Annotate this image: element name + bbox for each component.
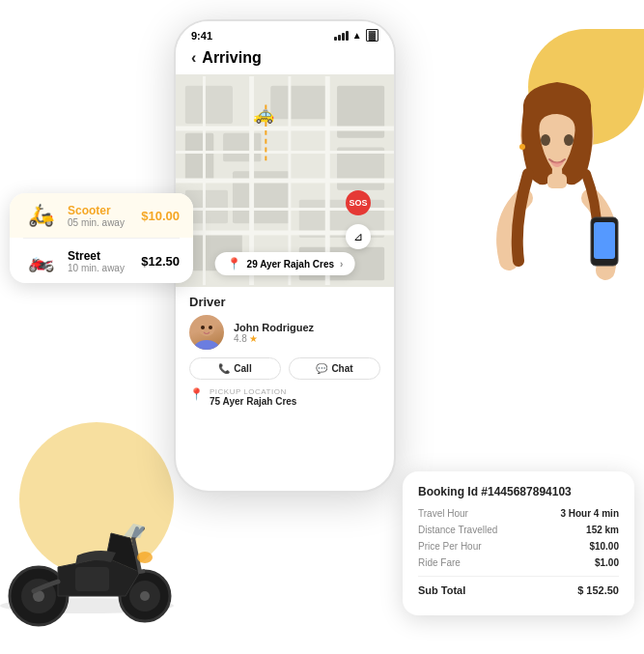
rating-value: 4.8 <box>234 333 247 344</box>
svg-rect-16 <box>547 174 567 188</box>
map-area: 🚕 SOS ⊿ 📍 29 Ayer Rajah Cres › <box>176 74 394 287</box>
call-button[interactable]: 📞 Call <box>189 357 281 380</box>
taxi-marker: 🚕 <box>253 103 274 125</box>
booking-card: Booking Id #1445687894103 Travel Hour 3 … <box>403 471 634 615</box>
ride-fare-label: Ride Fare <box>418 557 461 568</box>
svg-point-6 <box>140 591 150 601</box>
vehicle-item-street[interactable]: 🏍️ Street 10 min. away $12.50 <box>10 239 193 283</box>
chat-label: Chat <box>331 363 352 374</box>
star-icon: ★ <box>249 333 258 344</box>
svg-point-11 <box>541 134 550 146</box>
pickup-details: PICKUP LOCATION 75 Ayer Rajah Cres <box>210 387 296 407</box>
svg-rect-19 <box>185 133 213 181</box>
svg-rect-7 <box>75 567 109 591</box>
street-name: Street <box>68 249 131 263</box>
svg-point-32 <box>209 326 212 329</box>
location-pin-icon: 📍 <box>227 257 241 270</box>
pickup-label: PICKUP LOCATION <box>210 387 296 396</box>
phone-mockup: 9:41 ▲ ▓ ‹ Arriving <box>174 19 396 493</box>
svg-point-15 <box>519 144 525 150</box>
distance-label: Distance Travelled <box>418 525 497 535</box>
woman-image <box>470 29 644 338</box>
driver-name: John Rodriguez <box>234 322 314 333</box>
pickup-location: 📍 PICKUP LOCATION 75 Ayer Rajah Cres <box>189 387 380 407</box>
driver-avatar <box>189 315 224 350</box>
back-arrow-icon[interactable]: ‹ <box>191 49 196 67</box>
time-display: 9:41 <box>191 30 212 42</box>
svg-point-12 <box>564 134 574 146</box>
driver-details: John Rodriguez 4.8 ★ <box>234 322 314 344</box>
driver-section: Driver John Rodriguez 4.8 ★ <box>176 287 394 414</box>
location-chevron-icon: › <box>340 259 343 270</box>
scooter-name: Scooter <box>68 204 131 217</box>
price-per-hour-value: $10.00 <box>589 541 619 552</box>
motorcycle-image <box>0 470 183 644</box>
svg-rect-9 <box>523 184 591 299</box>
svg-point-8 <box>137 552 153 563</box>
booking-row-price-per-hour: Price Per Hour $10.00 <box>418 541 619 552</box>
vehicle-item-scooter[interactable]: 🛵 Scooter 05 min. away $10.00 <box>10 193 193 238</box>
travel-hour-label: Travel Hour <box>418 508 468 519</box>
svg-point-31 <box>201 326 205 329</box>
booking-row-subtotal: Sub Total $ 152.50 <box>418 584 619 596</box>
battery-icon: ▓ <box>366 29 378 42</box>
scooter-icon: 🛵 <box>23 203 58 228</box>
booking-row-ride-fare: Ride Fare $1.00 <box>418 557 619 568</box>
price-per-hour-label: Price Per Hour <box>418 541 482 552</box>
signal-icon <box>334 31 349 41</box>
scooter-time: 05 min. away <box>68 217 131 228</box>
driver-info: John Rodriguez 4.8 ★ <box>189 315 380 350</box>
svg-point-30 <box>193 340 220 350</box>
street-price: $12.50 <box>141 254 180 269</box>
travel-hour-value: 3 Hour 4 min <box>560 508 619 519</box>
booking-divider <box>418 576 619 577</box>
status-icons: ▲ ▓ <box>334 29 378 42</box>
scooter-details: Scooter 05 min. away <box>68 204 131 228</box>
navigation-icon[interactable]: ⊿ <box>346 224 371 249</box>
wifi-icon: ▲ <box>352 30 362 41</box>
driver-section-title: Driver <box>189 295 380 309</box>
street-details: Street 10 min. away <box>68 249 131 273</box>
booking-id: Booking Id #1445687894103 <box>418 485 619 498</box>
svg-rect-18 <box>185 86 233 124</box>
status-bar: 9:41 ▲ ▓ <box>176 21 394 45</box>
sos-badge[interactable]: SOS <box>346 190 371 215</box>
subtotal-label: Sub Total <box>418 584 465 596</box>
booking-row-travel-hour: Travel Hour 3 Hour 4 min <box>418 508 619 519</box>
street-time: 10 min. away <box>68 263 131 273</box>
ride-fare-value: $1.00 <box>595 557 619 568</box>
pickup-address: 75 Ayer Rajah Cres <box>210 396 296 407</box>
call-label: Call <box>234 363 251 374</box>
booking-row-distance: Distance Travelled 152 km <box>418 525 619 535</box>
phone-header: ‹ Arriving <box>176 45 394 74</box>
location-pill[interactable]: 📍 29 Ayer Rajah Cres › <box>215 252 355 275</box>
svg-rect-14 <box>594 222 615 259</box>
svg-rect-20 <box>223 133 261 161</box>
scooter-price: $10.00 <box>141 209 180 223</box>
svg-rect-25 <box>337 148 384 190</box>
page-title: Arriving <box>202 49 261 67</box>
distance-value: 152 km <box>586 525 619 535</box>
svg-rect-23 <box>270 86 327 119</box>
subtotal-value: $ 152.50 <box>577 584 619 596</box>
driver-rating: 4.8 ★ <box>234 333 314 344</box>
chat-button[interactable]: 💬 Chat <box>289 357 380 380</box>
location-address: 29 Ayer Rajah Cres <box>247 259 334 270</box>
chat-icon: 💬 <box>316 363 327 374</box>
pickup-pin-icon: 📍 <box>189 387 204 401</box>
call-icon: 📞 <box>218 363 230 374</box>
driver-action-buttons: 📞 Call 💬 Chat <box>189 357 380 380</box>
street-bike-icon: 🏍️ <box>23 248 58 273</box>
vehicle-selection-card: 🛵 Scooter 05 min. away $10.00 🏍️ Street … <box>10 193 193 283</box>
